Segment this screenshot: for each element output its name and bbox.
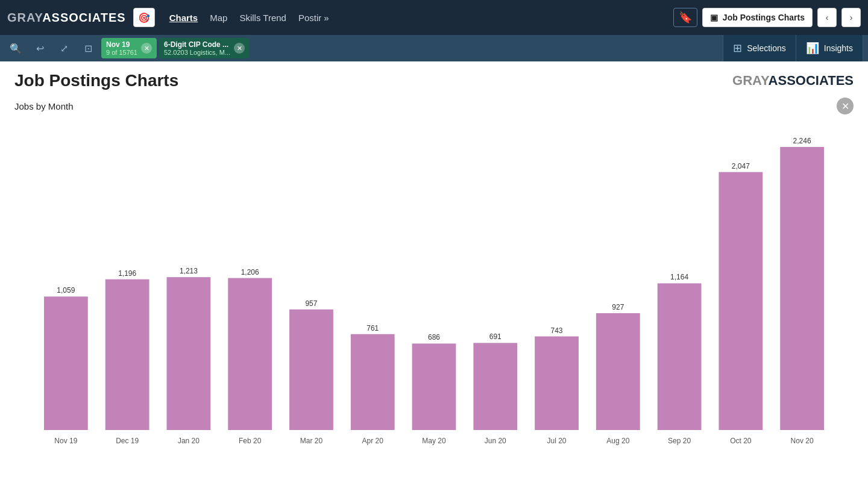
right-tools: ⊞ Selections 📊 Insights (723, 35, 863, 61)
selections-icon: ⊞ (733, 42, 742, 55)
month-label: Dec 19 (116, 437, 139, 445)
page-header: Job Postings Charts GRAYASSOCIATES (0, 61, 868, 95)
bar-value-label: 1,196 (118, 269, 136, 278)
bar-rect[interactable] (105, 279, 149, 430)
bar-rect[interactable] (289, 310, 333, 430)
cip-filter-tag: 6-Digit CIP Code ... 52.0203 Logistics, … (159, 38, 250, 58)
bar-rect[interactable] (412, 343, 456, 430)
skills-filter-tag: Nov 19 9 of 15761 ✕ (101, 38, 157, 58)
search-filter-btn[interactable]: 🔍 (5, 37, 27, 59)
emoji-button[interactable]: 🎯 (133, 8, 155, 27)
bar-rect[interactable] (351, 334, 395, 430)
insights-icon: 📊 (806, 42, 819, 55)
selections-btn[interactable]: ⊞ Selections (723, 35, 796, 61)
undo-icon: ↩ (36, 43, 44, 54)
month-label: Mar 20 (300, 437, 323, 445)
skills-tag-close[interactable]: ✕ (141, 43, 152, 54)
close-filter-btn[interactable]: ⊡ (77, 37, 99, 59)
job-postings-charts-button[interactable]: ▣ Job Postings Charts (702, 8, 813, 27)
bar-rect[interactable] (167, 277, 211, 430)
expand-filter-btn[interactable]: ⤢ (53, 37, 75, 59)
chart-icon: ▣ (710, 13, 718, 22)
main-nav: Charts Map Skills Trend Postir » (169, 13, 329, 23)
bar-rect[interactable] (596, 313, 640, 430)
month-label: May 20 (422, 437, 446, 445)
bar-rect[interactable] (535, 337, 579, 430)
bar-value-label: 686 (428, 333, 440, 341)
month-label: Oct 20 (730, 437, 752, 445)
top-nav: GRAYASSOCIATES 🎯 Charts Map Skills Trend… (0, 0, 868, 35)
bar-rect[interactable] (658, 283, 702, 430)
bar-rect[interactable] (780, 147, 824, 430)
filter-bar: 🔍 ↩ ⤢ ⊡ Nov 19 9 of 15761 ✕ 6-Digit CIP … (0, 35, 868, 61)
bookmark-icon: 🔖 (679, 11, 692, 24)
chart-container: 1,059Nov 191,196Dec 191,213Jan 201,206Fe… (14, 123, 854, 460)
close-filter-icon: ⊡ (84, 43, 92, 54)
page-logo: GRAYASSOCIATES (732, 73, 854, 89)
nav-charts[interactable]: Charts (169, 13, 198, 23)
bar-rect[interactable] (44, 296, 88, 430)
bar-value-label: 1,059 (57, 286, 75, 295)
month-label: Apr 20 (362, 437, 384, 445)
bar-value-label: 2,047 (732, 162, 750, 170)
logo: GRAYASSOCIATES (7, 11, 126, 25)
bar-value-label: 691 (489, 332, 502, 341)
search-icon: 🔍 (10, 43, 22, 54)
chart-area: 1,059Nov 191,196Dec 191,213Jan 201,206Fe… (0, 117, 868, 460)
bar-value-label: 927 (612, 303, 624, 311)
month-label: Nov 20 (791, 437, 814, 445)
bar-value-label: 1,206 (241, 268, 259, 276)
bookmark-button[interactable]: 🔖 (673, 8, 697, 27)
bar-rect[interactable] (473, 343, 517, 430)
expand-icon: ⤢ (60, 43, 68, 54)
month-label: Nov 19 (54, 437, 77, 445)
month-label: Jun 20 (485, 437, 506, 445)
bar-value-label: 957 (305, 299, 317, 308)
month-label: Sep 20 (668, 437, 691, 445)
bar-rect[interactable] (719, 172, 763, 430)
nav-more[interactable]: Postir » (298, 13, 329, 23)
month-label: Feb 20 (239, 437, 262, 445)
bar-value-label: 761 (366, 324, 379, 332)
page-title: Job Postings Charts (14, 71, 178, 90)
section-close-btn[interactable]: ✕ (837, 98, 854, 114)
month-label: Aug 20 (606, 437, 629, 445)
nav-map[interactable]: Map (210, 13, 227, 23)
section-title: Jobs by Month (14, 101, 74, 111)
insights-btn[interactable]: 📊 Insights (796, 35, 863, 61)
bar-value-label: 1,213 (180, 267, 198, 275)
prev-button[interactable]: ‹ (817, 8, 837, 27)
month-label: Jan 20 (178, 437, 200, 445)
bar-value-label: 1,164 (670, 273, 688, 281)
cip-tag-close[interactable]: ✕ (234, 43, 245, 54)
bar-value-label: 2,246 (793, 137, 811, 145)
bar-chart: 1,059Nov 191,196Dec 191,213Jan 201,206Fe… (14, 123, 854, 460)
bar-value-label: 743 (551, 326, 563, 335)
undo-filter-btn[interactable]: ↩ (29, 37, 51, 59)
section-header: Jobs by Month ✕ (0, 95, 868, 117)
next-button[interactable]: › (841, 8, 861, 27)
bar-rect[interactable] (228, 278, 272, 430)
nav-skills-trend[interactable]: Skills Trend (239, 13, 286, 23)
month-label: Jul 20 (547, 437, 567, 445)
